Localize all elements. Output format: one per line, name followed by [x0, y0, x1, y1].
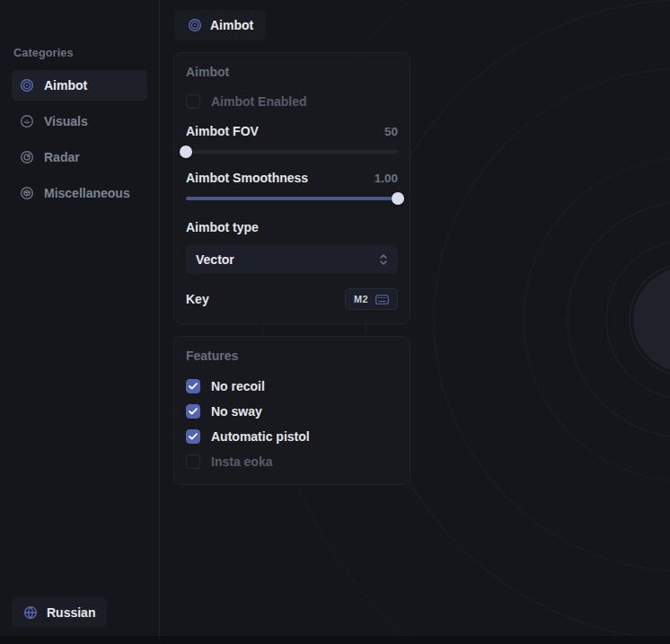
- sidebar-item-label: Aimbot: [44, 78, 87, 93]
- checkbox-label: Automatic pistol: [211, 429, 310, 444]
- key-label: Key: [186, 292, 209, 306]
- checkbox-label: Insta eoka: [211, 454, 272, 469]
- keybind-button[interactable]: M2: [345, 288, 398, 310]
- sidebar-item-label: Miscellaneous: [44, 186, 130, 200]
- check-icon: [189, 433, 198, 440]
- checkbox-box[interactable]: [186, 379, 200, 393]
- sidebar: Categories Aimbot Visuals Radar: [0, 0, 160, 644]
- feature-insta-eoka-checkbox[interactable]: Insta eoka: [186, 454, 398, 469]
- target-icon: [20, 78, 34, 93]
- keybind-value: M2: [354, 294, 368, 304]
- sidebar-item-label: Visuals: [44, 114, 88, 128]
- feature-no-recoil-checkbox[interactable]: No recoil: [186, 379, 398, 393]
- checkbox-label: No recoil: [211, 379, 265, 393]
- cube-icon: [20, 186, 34, 200]
- feature-no-sway-checkbox[interactable]: No sway: [186, 404, 398, 419]
- smoothness-label: Aimbot Smoothness: [186, 171, 308, 185]
- check-icon: [189, 408, 198, 415]
- sidebar-item-miscellaneous[interactable]: Miscellaneous: [12, 178, 147, 208]
- checkbox-label: No sway: [211, 404, 262, 419]
- selected-option: Vector: [196, 252, 234, 267]
- features-list: No recoil No sway Automatic pistol Insta…: [186, 363, 398, 471]
- tab-label: Aimbot: [210, 18, 253, 32]
- sidebar-item-visuals[interactable]: Visuals: [12, 106, 147, 137]
- keyboard-icon: [375, 295, 389, 304]
- smoothness-row: Aimbot Smoothness 1.00: [186, 171, 398, 185]
- panel-title: Aimbot: [186, 65, 398, 79]
- language-button-label: Russian: [47, 605, 95, 620]
- slider-track: [186, 197, 398, 200]
- smoothness-slider[interactable]: [186, 192, 398, 205]
- fov-row: Aimbot FOV 50: [186, 124, 398, 138]
- sidebar-item-aimbot[interactable]: Aimbot: [12, 70, 147, 101]
- features-panel: Features No recoil No sway Automatic pis…: [173, 336, 410, 485]
- sidebar-item-radar[interactable]: Radar: [12, 142, 147, 172]
- aimbot-enabled-checkbox[interactable]: Aimbot Enabled: [186, 94, 398, 109]
- eye-icon: [20, 114, 34, 128]
- panel-title: Features: [186, 348, 398, 363]
- aimbot-type-label: Aimbot type: [186, 220, 398, 234]
- check-icon: [189, 383, 198, 390]
- checkbox-label: Aimbot Enabled: [211, 94, 307, 109]
- target-icon: [188, 18, 202, 32]
- aimbot-panel: Aimbot Aimbot Enabled Aimbot FOV 50 Aimb…: [173, 52, 410, 324]
- fov-value: 50: [384, 125, 398, 138]
- smoothness-value: 1.00: [375, 172, 398, 185]
- fov-label: Aimbot FOV: [186, 124, 259, 138]
- globe-icon: [23, 605, 38, 620]
- sidebar-item-label: Radar: [44, 150, 80, 164]
- categories-heading: Categories: [13, 47, 147, 59]
- smoothness-slider-thumb[interactable]: [392, 192, 404, 205]
- feature-automatic-pistol-checkbox[interactable]: Automatic pistol: [186, 429, 398, 444]
- fov-slider-thumb[interactable]: [180, 146, 192, 158]
- key-row: Key M2: [186, 288, 398, 310]
- language-button[interactable]: Russian: [12, 597, 107, 627]
- fov-slider[interactable]: [186, 146, 398, 158]
- window-bottom-edge: [0, 636, 670, 644]
- checkbox-box[interactable]: [186, 429, 200, 444]
- checkbox-box[interactable]: [186, 404, 200, 419]
- slider-track: [186, 150, 398, 154]
- main-content: Aimbot Aimbot Aimbot Enabled Aimbot FOV …: [173, 10, 410, 485]
- radar-icon: [20, 150, 34, 164]
- checkbox-box[interactable]: [186, 454, 200, 469]
- slider-fill: [186, 197, 398, 200]
- chevron-updown-icon: [379, 253, 388, 266]
- tab-aimbot[interactable]: Aimbot: [175, 10, 266, 40]
- aimbot-type-select[interactable]: Vector: [186, 245, 398, 274]
- checkbox-box[interactable]: [186, 94, 200, 109]
